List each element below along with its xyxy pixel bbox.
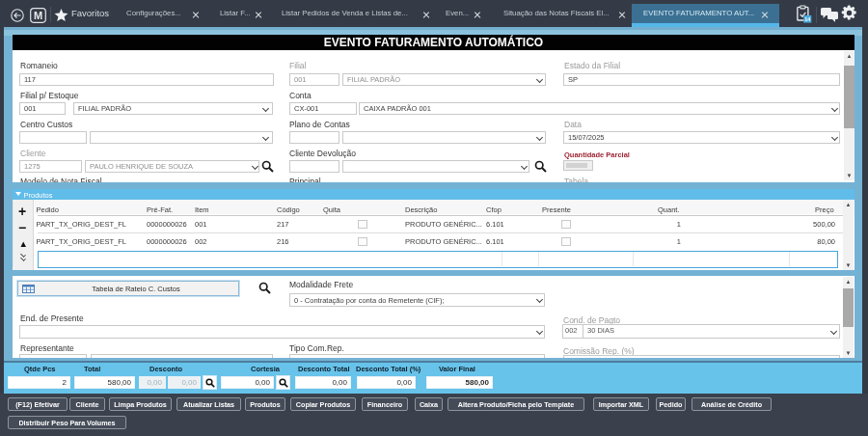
- svg-text:M: M: [34, 10, 42, 21]
- svg-text:14: 14: [804, 16, 811, 22]
